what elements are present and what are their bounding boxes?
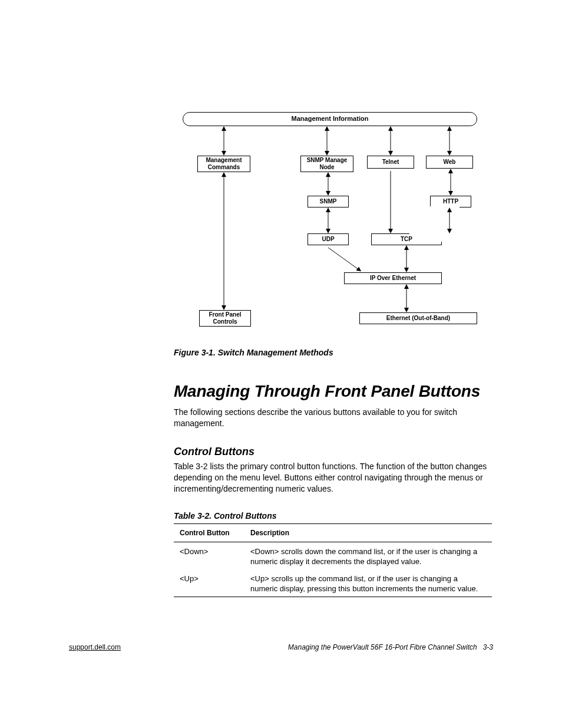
table-header-row: Control Button Description xyxy=(174,523,492,542)
svg-rect-21 xyxy=(409,206,459,236)
footer-link[interactable]: support.dell.com xyxy=(69,643,121,651)
diagram-switch-management: Management Information ManagementCommand… xyxy=(183,112,477,328)
svg-line-23 xyxy=(328,248,359,270)
table-header-desc: Description xyxy=(250,529,486,537)
subsection-body-text: Table 3-2 lists the primary control butt… xyxy=(174,461,492,495)
cell-button: <Up> xyxy=(180,574,250,594)
footer-title: Managing the PowerVault 56F 16-Port Fibr… xyxy=(288,643,493,651)
table-caption: Table 3-2. Control Buttons xyxy=(174,511,276,521)
cell-desc: <Down> scrolls down the command list, or… xyxy=(250,547,486,567)
section-heading: Managing Through Front Panel Buttons xyxy=(174,382,480,401)
cell-button: <Down> xyxy=(180,547,250,567)
page-footer: support.dell.com Managing the PowerVault… xyxy=(69,643,493,651)
table-header-button: Control Button xyxy=(180,529,250,537)
cell-desc: <Up> scrolls up the command list, or if … xyxy=(250,574,486,594)
footer-title-text: Managing the PowerVault 56F 16-Port Fibr… xyxy=(288,643,477,651)
footer-page-number: 3-3 xyxy=(483,643,493,651)
figure-caption: Figure 3-1. Switch Management Methods xyxy=(174,348,333,357)
subsection-heading: Control Buttons xyxy=(174,446,254,458)
diagram-connectors xyxy=(183,112,477,328)
section-intro-text: The following sections describe the vari… xyxy=(174,407,492,429)
page: Management Information ManagementCommand… xyxy=(0,0,562,728)
control-buttons-table: Control Button Description <Down> <Down>… xyxy=(174,523,492,597)
table-row: <Down> <Down> scrolls down the command l… xyxy=(174,542,492,569)
table-row: <Up> <Up> scrolls up the command list, o… xyxy=(174,569,492,597)
